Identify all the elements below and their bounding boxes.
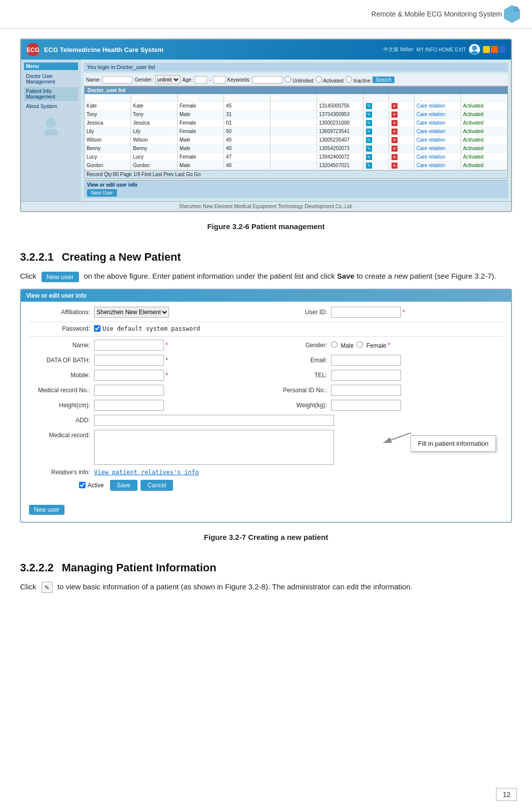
edit-patient-icon[interactable]: ✎ (42, 582, 52, 593)
cancel-button[interactable]: Cancel (140, 480, 173, 491)
edit-icon[interactable]: ✎ (366, 112, 372, 118)
ecg-sidebar: Menu Doctor User Management Patient Info… (21, 60, 81, 201)
ecg-table-col-headers: User ID Name Gender Age Tel Mobile Care … (84, 94, 508, 102)
form-row-add: ADD: (29, 415, 503, 426)
dob-field[interactable] (94, 355, 164, 366)
edit-icon[interactable]: ✎ (366, 146, 372, 152)
delete-icon[interactable]: ✕ (392, 129, 398, 135)
section-322-para-end: in Figure 3.2-8). The administrator can … (217, 582, 412, 591)
ecg-new-user-button[interactable]: New User (87, 189, 117, 197)
affiliations-select[interactable]: Shenzhen New Element M (94, 307, 169, 318)
name-label: Name: (29, 342, 94, 349)
sidebar-item-about[interactable]: About System (24, 102, 78, 111)
sidebar-user-icon (41, 116, 61, 136)
care-relation-link[interactable]: Care relation (416, 154, 445, 160)
delete-icon[interactable]: ✕ (392, 103, 398, 109)
weight-field[interactable] (331, 400, 401, 411)
care-relation-link[interactable]: Care relation (416, 112, 445, 117)
section-322-number: 3.2.2.2 (20, 561, 54, 574)
filter-unlimited-radio[interactable] (284, 76, 291, 83)
ecg-table-section: Doctor_user list User ID Name Gender Age… (84, 86, 508, 179)
delete-icon[interactable]: ✕ (392, 154, 398, 160)
edit-icon[interactable]: ✎ (366, 154, 372, 160)
edit-icon[interactable]: ✎ (366, 103, 372, 109)
filter-age-max[interactable] (213, 76, 226, 84)
filter-keyword-label: Keywords: (228, 77, 251, 83)
care-relation-link[interactable]: Care relation (416, 137, 445, 143)
save-button[interactable]: Save (110, 480, 138, 491)
table-row: Jessica Jessica Female 01 13000231000 ✎ … (84, 119, 508, 128)
personal-id-field[interactable] (331, 385, 401, 396)
medical-record-no-field[interactable] (94, 385, 164, 396)
form-body: Affiliations: Shenzhen New Element M Use… (21, 302, 511, 500)
section-322-title: 3.2.2.2 Managing Patient Information (20, 561, 512, 574)
ecg-login-bar: You login in:Doctor_user list (84, 63, 508, 72)
user-id-field[interactable] (331, 307, 401, 318)
care-relation-link[interactable]: Care relation (416, 129, 445, 134)
filter-age-label: Age: (182, 77, 193, 83)
sidebar-item-doctor[interactable]: Doctor User Management (24, 72, 78, 86)
form-row-mobile-tel: Mobile: * TEL: (29, 370, 503, 381)
form-divider-1 (29, 322, 503, 322)
form-row-medical-personal: Medical record No.: Personal ID No.: (29, 385, 503, 396)
care-relation-link[interactable]: Care relation (416, 120, 445, 126)
edit-icon[interactable]: ✎ (366, 120, 372, 126)
filter-activated-radio[interactable] (316, 76, 322, 83)
delete-icon[interactable]: ✕ (392, 146, 398, 152)
page-body: ECG ECG Telemedicine Health Care System … (0, 29, 532, 609)
tel-field[interactable] (331, 370, 401, 381)
filter-age-range: - (209, 77, 210, 83)
status-badge: Activated (463, 129, 484, 134)
para1-suffix: on the above figure. Enter patient infor… (84, 272, 335, 280)
edit-icon[interactable]: ✎ (366, 129, 372, 135)
callout-box: Fill in patient information (410, 435, 496, 452)
gender-male-radio[interactable] (331, 341, 338, 348)
section-321-label: Creating a New Patient (62, 251, 180, 263)
edit-icon[interactable]: ✎ (366, 163, 372, 169)
medical-record-textarea[interactable] (94, 430, 334, 465)
height-field[interactable] (94, 400, 164, 411)
status-badge: Activated (463, 103, 484, 109)
delete-icon[interactable]: ✕ (392, 120, 398, 126)
table-row: Lily Lily Female 50 13609723541 ✎ ✕ Care… (84, 128, 508, 136)
care-relation-link[interactable]: Care relation (416, 163, 445, 168)
add-field[interactable] (94, 415, 334, 426)
figure-1-box: ECG ECG Telemedicine Health Care System … (20, 39, 512, 212)
callout-text: Fill in patient information (418, 440, 488, 447)
add-label: ADD: (29, 417, 94, 424)
delete-icon[interactable]: ✕ (392, 137, 398, 143)
status-badge: Activated (463, 112, 484, 117)
para1-end: to create a new patient (see Figure 3.2-… (356, 272, 496, 280)
filter-keyword-input[interactable] (252, 76, 282, 84)
new-user-inline-button[interactable]: New user (42, 272, 79, 282)
filter-age-min[interactable] (194, 76, 207, 84)
care-relation-link[interactable]: Care relation (416, 103, 445, 109)
filter-gender-select[interactable]: unlimit (155, 75, 180, 84)
gender-required: * (388, 342, 390, 349)
name-field[interactable] (94, 340, 164, 351)
care-relation-link[interactable]: Care relation (416, 146, 445, 151)
edit-icon[interactable]: ✎ (366, 137, 372, 143)
filter-inactive-radio[interactable] (346, 76, 352, 83)
affiliations-label: Affiliations: (29, 309, 94, 316)
medical-record-no-label: Medical record No.: (29, 387, 94, 394)
filter-name-input[interactable] (102, 76, 132, 84)
email-field[interactable] (331, 355, 401, 366)
use-default-password-checkbox[interactable] (94, 325, 100, 332)
mobile-field[interactable] (94, 370, 164, 381)
filter-search-button[interactable]: Search (372, 77, 394, 83)
svg-text:ECG: ECG (26, 47, 40, 54)
delete-icon[interactable]: ✕ (392, 112, 398, 118)
relatives-link[interactable]: View patient relatives's info (94, 469, 199, 476)
form-new-user-button[interactable]: New user (29, 505, 64, 515)
gender-female-radio[interactable] (356, 341, 363, 348)
filter-inactive-label: Inactive (346, 76, 370, 84)
sidebar-item-patient[interactable]: Patient Info. Management (24, 87, 78, 101)
form-row-password: Password: Use default system password (29, 325, 503, 332)
active-checkbox[interactable] (79, 482, 86, 488)
figure1-caption: Figure 3.2-6 Patient management (20, 217, 512, 241)
status-badge: Activated (463, 146, 484, 151)
delete-icon[interactable]: ✕ (392, 163, 398, 169)
dob-label: DATA OF BATH: (29, 357, 94, 364)
section-321-title: 3.2.2.1 Creating a New Patient (20, 251, 512, 264)
